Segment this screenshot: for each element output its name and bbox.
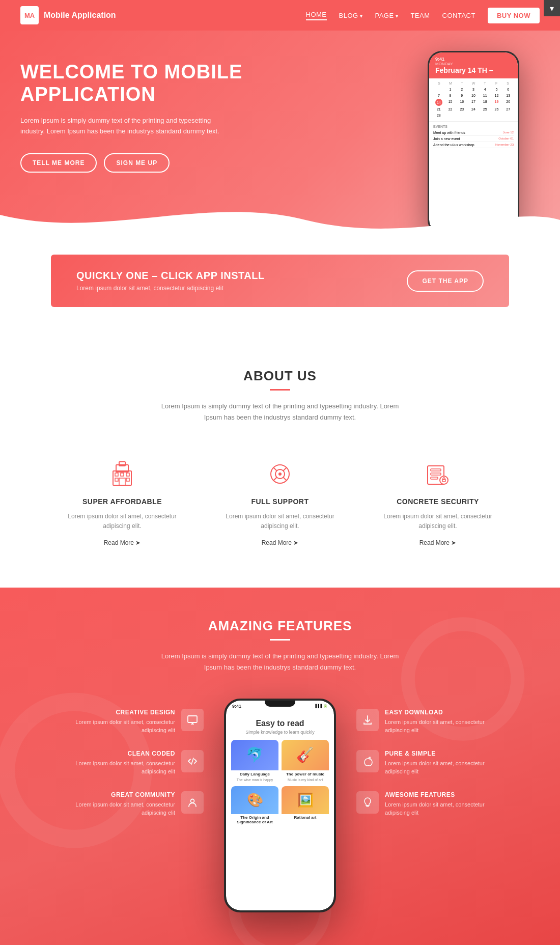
amazing-features-layout: CREATIVE DESIGN Lorem ipsum dolor sit am… — [51, 699, 509, 912]
buy-now-button[interactable]: BUY NOW — [488, 8, 540, 23]
center-phone-subtitle: Simple knowledge to learn quickly — [231, 730, 329, 735]
feature-support-read-more[interactable]: Read More ➤ — [262, 539, 299, 546]
app-card-1: 🐬 Daily Language The wise man is happy — [231, 740, 278, 783]
svg-rect-17 — [431, 469, 441, 471]
svg-rect-3 — [115, 473, 118, 476]
nav-blog[interactable]: BLOG — [339, 12, 363, 19]
sign-me-up-button[interactable]: SIGN ME UP — [104, 153, 170, 173]
about-title: ABOUT US — [20, 368, 540, 384]
about-title-underline — [270, 389, 290, 391]
hero-content: WELCOME TO MOBILE APPLICATION Lorem Ipsu… — [20, 61, 265, 173]
building-icon — [107, 459, 137, 489]
amazing-feature-pure-text: PURE & SIMPLE Lorem ipsum dolor sit amet… — [385, 750, 509, 776]
amazing-right: EASY DOWNLOAD Lorem ipsum dolor sit amet… — [356, 699, 509, 817]
apple-icon — [356, 750, 379, 772]
svg-point-15 — [278, 472, 282, 476]
app-card-2: 🎸 The power of music Music is my kind of… — [282, 740, 329, 783]
logo-area: MA Mobile Application — [20, 6, 116, 24]
install-banner-title: QUICKLY ONE – CLICK APP INSTALL — [76, 270, 265, 282]
feature-security-title: CONCRETE SECURITY — [377, 497, 499, 506]
feature-affordable-desc: Lorem ipsum dolor sit amet, consectetur … — [61, 512, 183, 531]
amazing-left: CREATIVE DESIGN Lorem ipsum dolor sit am… — [51, 699, 204, 817]
svg-line-12 — [284, 468, 287, 471]
feature-security-read-more[interactable]: Read More ➤ — [419, 539, 457, 546]
amazing-feature-download-text: EASY DOWNLOAD Lorem ipsum dolor sit amet… — [385, 709, 509, 735]
nav-toggle-icon[interactable]: ▾ — [544, 0, 560, 16]
phone-time: 9:41 — [435, 57, 512, 62]
amazing-center-phone: 9:41 ▐▐▐ 🔋 Easy to read Simple knowledge… — [224, 699, 336, 912]
phone-date: February 14 TH – — [435, 66, 512, 74]
monitor-icon — [181, 709, 204, 731]
calendar-days: 1 2 3 4 5 6 7 8 9 10 11 12 13 14 — [433, 87, 514, 118]
about-features-grid: SUPER AFFORDABLE Lorem ipsum dolor sit a… — [51, 449, 509, 557]
feature-affordable-read-more[interactable]: Read More ➤ — [104, 539, 141, 546]
event-item-1: Meet up with friends June 12 — [433, 130, 514, 136]
app-card-3-label: The Origin and Significance of Art — [231, 814, 278, 825]
app-card-3: 🎨 The Origin and Significance of Art — [231, 786, 278, 825]
app-card-1-label: Daily Language — [231, 770, 278, 778]
amazing-feature-community: GREAT COMMUNITY Lorem ipsum dolor sit am… — [51, 791, 204, 817]
amazing-feature-creative-text: CREATIVE DESIGN Lorem ipsum dolor sit am… — [51, 709, 175, 735]
phone-notch — [265, 701, 295, 707]
logo-abbr: MA — [24, 12, 35, 19]
svg-rect-19 — [431, 477, 438, 479]
nav-home[interactable]: HOME — [306, 11, 327, 20]
install-banner: QUICKLY ONE – CLICK APP INSTALL Lorem ip… — [51, 255, 509, 307]
amazing-feature-coded-text: CLEAN CODED Lorem ipsum dolor sit amet, … — [51, 750, 175, 776]
events-label: EVENTS — [433, 125, 514, 128]
phone-calendar: SM TW TF S 1 2 3 4 5 6 7 8 — [429, 78, 518, 121]
about-section: ABOUT US Lorem Ipsum is simply dummy tex… — [0, 338, 560, 588]
feature-support-title: FULL SUPPORT — [219, 497, 341, 506]
logo-text: Mobile Application — [44, 11, 116, 20]
feature-affordable-title: SUPER AFFORDABLE — [61, 497, 183, 506]
hero-section: WELCOME TO MOBILE APPLICATION Lorem Ipsu… — [0, 31, 560, 234]
amazing-feature-community-text: GREAT COMMUNITY Lorem ipsum dolor sit am… — [51, 791, 175, 817]
community-icon — [181, 791, 204, 814]
svg-rect-26 — [188, 716, 197, 722]
get-app-button[interactable]: GET THE APP — [407, 270, 484, 292]
amazing-feature-download: EASY DOWNLOAD Lorem ipsum dolor sit amet… — [356, 709, 509, 735]
feature-support-desc: Lorem ipsum dolor sit amet, consectetur … — [219, 512, 341, 531]
app-card-4-label: Rational art — [282, 814, 329, 821]
code-icon — [181, 750, 204, 772]
support-icon — [265, 459, 295, 489]
amazing-title-underline — [270, 639, 290, 641]
bulb-icon — [356, 791, 379, 814]
feature-security-desc: Lorem ipsum dolor sit amet, consectetur … — [377, 512, 499, 531]
phone-events: EVENTS Meet up with friends June 12 Join… — [429, 121, 518, 151]
tell-me-more-button[interactable]: TELL ME MORE — [20, 153, 97, 173]
amazing-description: Lorem Ipsum is simply dummy text of the … — [153, 651, 407, 673]
security-icon — [423, 459, 453, 489]
calendar-header: SM TW TF S — [433, 81, 514, 85]
hero-buttons: TELL ME MORE SIGN ME UP — [20, 153, 265, 173]
feature-support: FULL SUPPORT Lorem ipsum dolor sit amet,… — [209, 449, 351, 557]
nav-team[interactable]: TEAM — [410, 12, 430, 19]
nav-links: HOME BLOG PAGE TEAM CONTACT BUY NOW — [306, 8, 540, 23]
install-banner-left: QUICKLY ONE – CLICK APP INSTALL Lorem ip… — [76, 270, 265, 292]
nav-contact[interactable]: CONTACT — [442, 12, 475, 19]
amazing-feature-pure: PURE & SIMPLE Lorem ipsum dolor sit amet… — [356, 750, 509, 776]
hero-title: WELCOME TO MOBILE APPLICATION — [20, 61, 265, 105]
hero-wave — [0, 194, 560, 234]
feature-affordable: SUPER AFFORDABLE Lorem ipsum dolor sit a… — [51, 449, 193, 557]
svg-rect-8 — [119, 478, 125, 485]
nav-page[interactable]: PAGE — [375, 12, 398, 19]
hero-description: Lorem Ipsum is simply dummy text of the … — [20, 116, 224, 137]
event-item-2: Join a new event October 01 — [433, 136, 514, 142]
app-card-2-label: The power of music — [282, 770, 329, 778]
download-icon — [356, 709, 379, 731]
svg-point-30 — [191, 799, 194, 802]
amazing-feature-awesome: AWESOME FEATURES Lorem ipsum dolor sit a… — [356, 791, 509, 817]
event-item-3: Attend the ui/ux workshop November 23 — [433, 142, 514, 148]
install-banner-desc: Lorem ipsum dolor sit amet, consectetur … — [76, 285, 265, 292]
svg-rect-18 — [431, 473, 441, 475]
svg-line-13 — [274, 478, 277, 481]
amazing-center-phone-wrapper: 9:41 ▐▐▐ 🔋 Easy to read Simple knowledge… — [214, 699, 346, 912]
install-banner-wrapper: QUICKLY ONE – CLICK APP INSTALL Lorem ip… — [0, 234, 560, 307]
svg-rect-6 — [115, 478, 118, 481]
navbar: MA Mobile Application HOME BLOG PAGE TEA… — [0, 0, 560, 31]
amazing-title: AMAZING FEATURES — [20, 618, 540, 634]
svg-rect-4 — [121, 473, 124, 476]
amazing-section: AMAZING FEATURES Lorem Ipsum is simply d… — [0, 588, 560, 945]
svg-line-29 — [191, 758, 193, 764]
